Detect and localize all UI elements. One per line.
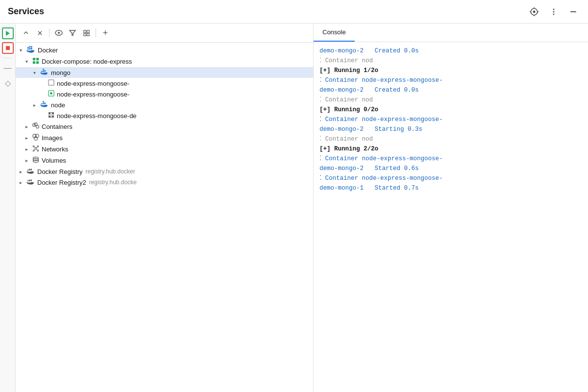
arrow-containers: ▸ xyxy=(25,124,32,129)
content-area: + ▾ xyxy=(16,24,588,392)
svg-rect-29 xyxy=(36,58,39,60)
svg-rect-26 xyxy=(27,47,29,49)
console-line-7: [+] Running 0/2o xyxy=(319,105,582,115)
add-button[interactable]: + xyxy=(99,26,112,39)
minimize-icon[interactable] xyxy=(566,5,580,19)
tree-item-mongo-container-2[interactable]: node-express-mongoose- xyxy=(16,89,313,99)
svg-point-15 xyxy=(58,32,60,34)
svg-rect-53 xyxy=(36,125,39,128)
tree-toolbar: + xyxy=(16,24,313,43)
main-layout: — ◇ xyxy=(0,24,588,392)
svg-rect-41 xyxy=(45,102,46,104)
volumes-icon xyxy=(32,156,39,165)
svg-line-49 xyxy=(51,114,52,115)
svg-rect-31 xyxy=(36,61,39,64)
toolbar-separator-1 xyxy=(49,28,49,37)
minimize-panel-button[interactable]: — xyxy=(2,62,14,74)
docker-icon xyxy=(26,46,35,54)
svg-point-8 xyxy=(553,13,555,15)
compose-icon xyxy=(32,57,39,66)
tree-item-containers[interactable]: ▸ Containers xyxy=(16,121,313,132)
svg-point-58 xyxy=(35,147,37,149)
tree-item-mongo-container-1[interactable]: node-express-mongoose- xyxy=(16,78,313,89)
services-tree: ▾ Docker xyxy=(16,43,313,392)
console-tabs: Console xyxy=(314,24,588,42)
svg-line-66 xyxy=(36,149,37,150)
tree-item-docker-compose[interactable]: ▾ Docker-compose: node-express xyxy=(16,56,313,67)
visibility-button[interactable] xyxy=(52,26,65,39)
svg-rect-77 xyxy=(31,179,32,181)
console-line-5: demo-mongo-2 Created 0.0s xyxy=(319,85,582,95)
console-output: demo-mongo-2 Created 0.0s ⁚ Container no… xyxy=(314,42,588,392)
collapse-button[interactable] xyxy=(33,26,46,39)
svg-rect-17 xyxy=(83,30,86,32)
console-line-10: ⁚ Container nod xyxy=(319,134,582,144)
app-title: Services xyxy=(8,6,44,17)
target-icon-button[interactable] xyxy=(527,5,541,19)
svg-rect-52 xyxy=(33,124,35,126)
svg-rect-30 xyxy=(33,61,35,64)
arrow-images: ▸ xyxy=(25,135,32,141)
svg-line-51 xyxy=(51,115,52,116)
svg-point-27 xyxy=(32,49,33,50)
tree-item-volumes[interactable]: ▸ Volumes xyxy=(16,155,313,166)
svg-point-62 xyxy=(37,150,39,151)
tree-item-docker[interactable]: ▾ Docker xyxy=(16,45,313,56)
arrow-networks: ▸ xyxy=(25,147,32,152)
svg-rect-39 xyxy=(41,103,42,104)
console-line-14: ⁚ Container node-express-mongoose- xyxy=(319,173,582,183)
tree-item-docker-registry[interactable]: ▸ Docker Registry registry.hub.docker xyxy=(16,166,313,177)
tree-item-mongo[interactable]: ▾ mongo xyxy=(16,67,313,78)
svg-rect-54 xyxy=(34,123,37,125)
svg-rect-23 xyxy=(31,48,32,50)
expand-up-button[interactable] xyxy=(20,26,32,39)
tab-console[interactable]: Console xyxy=(314,24,355,42)
layout-button[interactable] xyxy=(80,26,93,39)
mongo-container-2-label: node-express-mongoose- xyxy=(57,91,129,98)
svg-rect-72 xyxy=(27,170,28,171)
svg-rect-33 xyxy=(43,70,44,72)
title-bar-right xyxy=(527,5,580,19)
play-button[interactable] xyxy=(2,27,14,39)
console-line-12: ⁚ Container node-express-mongoose- xyxy=(319,154,582,164)
svg-line-50 xyxy=(50,115,51,116)
node-network-label: node-express-mongoose-de xyxy=(57,112,137,120)
tree-item-node-network[interactable]: node-express-mongoose-de xyxy=(16,110,313,121)
svg-rect-40 xyxy=(43,102,44,104)
containers-label: Containers xyxy=(42,123,73,130)
svg-rect-42 xyxy=(43,101,44,102)
docker-registry2-url: registry.hub.docke xyxy=(89,179,137,186)
tree-item-images[interactable]: ▸ Images xyxy=(16,132,313,144)
console-line-3: [+] Running 1/2o xyxy=(319,66,582,75)
tree-item-docker-registry2[interactable]: ▸ Docker Registry2 registry.hub.docke xyxy=(16,177,313,188)
filter-button[interactable] xyxy=(66,26,79,39)
toolbar-separator-2 xyxy=(96,28,96,37)
svg-rect-35 xyxy=(43,69,44,70)
tree-panel: + ▾ xyxy=(16,24,314,392)
svg-rect-19 xyxy=(83,33,86,36)
console-line-4: ⁚ Container node-express-mongoose- xyxy=(319,75,582,85)
svg-line-64 xyxy=(36,147,37,148)
more-options-icon[interactable] xyxy=(547,5,561,19)
arrow-registry: ▸ xyxy=(20,169,26,174)
console-line-15: demo-mongo-1 Started 0.7s xyxy=(319,183,582,193)
svg-point-38 xyxy=(50,93,52,95)
console-line-11: [+] Running 2/2o xyxy=(319,144,582,154)
console-line-1: demo-mongo-2 Created 0.0s xyxy=(319,46,582,56)
svg-point-60 xyxy=(37,146,39,147)
svg-line-48 xyxy=(50,114,51,115)
container-green-icon xyxy=(48,90,54,98)
svg-marker-10 xyxy=(6,31,10,36)
node-docker-icon xyxy=(40,101,49,109)
svg-rect-36 xyxy=(49,80,54,85)
diamond-button[interactable]: ◇ xyxy=(2,77,14,89)
svg-rect-22 xyxy=(29,48,31,50)
tree-item-node[interactable]: ▸ node xyxy=(16,99,313,110)
stop-button[interactable] xyxy=(2,42,14,54)
svg-rect-18 xyxy=(87,30,89,32)
svg-rect-28 xyxy=(33,58,35,60)
svg-rect-32 xyxy=(41,71,42,72)
mongo-label: mongo xyxy=(51,69,71,76)
svg-rect-76 xyxy=(29,179,30,181)
tree-item-networks[interactable]: ▸ Netwo xyxy=(16,144,313,155)
